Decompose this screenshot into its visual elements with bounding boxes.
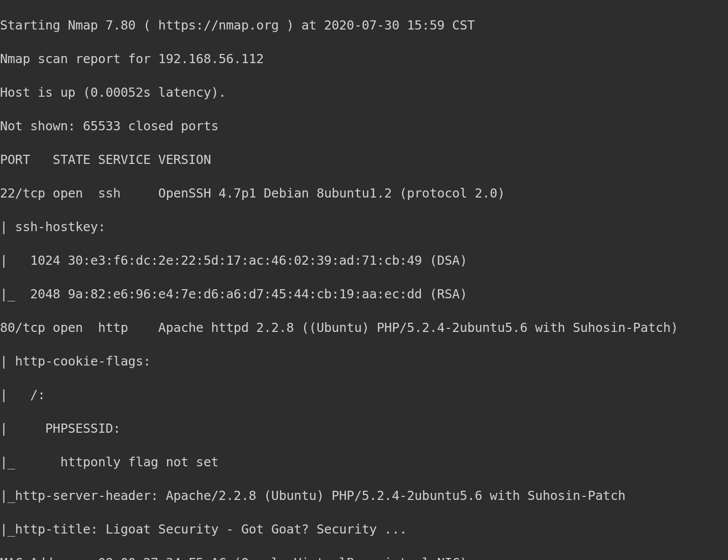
output-line: 22/tcp open ssh OpenSSH 4.7p1 Debian 8ub… [0,185,728,202]
output-line: Starting Nmap 7.80 ( https://nmap.org ) … [0,17,728,34]
output-line: | PHPSESSID: [0,420,728,437]
output-line: |_ httponly flag not set [0,454,728,470]
output-line: Host is up (0.00052s latency). [0,84,728,101]
output-line: Not shown: 65533 closed ports [0,118,728,134]
output-line: | /: [0,386,728,403]
output-line: | ssh-hostkey: [0,218,728,235]
output-line: PORT STATE SERVICE VERSION [0,151,728,168]
output-line: |_ 2048 9a:82:e6:96:e4:7e:d6:a6:d7:45:44… [0,286,728,302]
output-line: 80/tcp open http Apache httpd 2.2.8 ((Ub… [0,319,728,336]
output-line: |_http-server-header: Apache/2.2.8 (Ubun… [0,487,728,504]
output-line: Nmap scan report for 192.168.56.112 [0,50,728,67]
output-line: | http-cookie-flags: [0,353,728,370]
terminal-output: Starting Nmap 7.80 ( https://nmap.org ) … [0,0,728,560]
output-line: MAC Address: 08:00:27:34:F5:AC (Oracle V… [0,554,728,560]
output-line: |_http-title: Ligoat Security - Got Goat… [0,521,728,538]
output-line: | 1024 30:e3:f6:dc:2e:22:5d:17:ac:46:02:… [0,252,728,269]
